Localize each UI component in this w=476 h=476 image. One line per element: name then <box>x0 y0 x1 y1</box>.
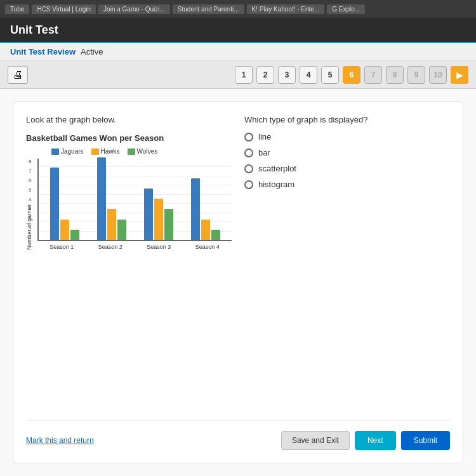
bar-jaguars-s1 <box>50 168 59 240</box>
y-tick: 3 <box>29 206 31 211</box>
bar-hawks-s2 <box>107 209 116 240</box>
legend-hawks: Hawks <box>91 148 120 155</box>
y-tick: 4 <box>29 197 31 202</box>
x-label: Season 4 <box>183 244 232 250</box>
next-arrow-icon: ▶ <box>456 70 463 80</box>
legend-jaguars: Jaguars <box>51 148 84 155</box>
bar-hawks-s4 <box>201 220 210 241</box>
y-tick: 5 <box>29 187 31 193</box>
season-group <box>41 168 88 240</box>
choice-label-scatterplot: scatterplot <box>258 164 296 173</box>
y-tick: 0 <box>29 234 31 240</box>
chart-title: Basketball Games Won per Season <box>26 133 232 143</box>
y-tick: 6 <box>29 178 31 183</box>
legend-label-wolves: Wolves <box>137 148 158 155</box>
bar-wolves-s2 <box>117 220 126 241</box>
q-btn-4[interactable]: 4 <box>300 66 317 84</box>
radio-line[interactable] <box>244 133 253 142</box>
q-btn-8[interactable]: 8 <box>386 66 404 84</box>
bar-wolves-s1 <box>70 230 79 240</box>
print-button[interactable]: 🖨 <box>8 66 28 84</box>
q-btn-6[interactable]: 6 <box>343 66 360 84</box>
legend-color-wolves <box>128 149 135 155</box>
y-tick: 7 <box>29 168 31 174</box>
season-group <box>88 157 135 240</box>
answer-choices: linebarscatterplothistogram <box>244 132 450 189</box>
radio-histogram[interactable] <box>244 180 253 189</box>
x-label: Season 2 <box>86 244 135 250</box>
y-tick: 2 <box>29 215 31 221</box>
bar-jaguars-s4 <box>191 178 200 241</box>
bar-hawks-s3 <box>154 199 163 240</box>
q-btn-2[interactable]: 2 <box>256 66 274 84</box>
question-left: Look at the graph below. Basketball Game… <box>26 115 232 420</box>
bar-hawks-s1 <box>60 220 69 241</box>
choice-label-histogram: histogram <box>258 180 294 189</box>
radio-bar[interactable] <box>244 149 253 157</box>
y-tick: 1 <box>29 225 31 230</box>
y-tick: 8 <box>29 159 31 164</box>
x-label: Season 1 <box>37 244 86 250</box>
submit-button[interactable]: Submit <box>401 431 450 450</box>
question-top: Look at the graph below. Basketball Game… <box>26 115 450 420</box>
breadcrumb-status: Active <box>81 47 103 56</box>
season-group <box>182 178 229 241</box>
bar-jaguars-s2 <box>97 157 106 240</box>
tab-quizi[interactable]: Join a Game - Quizi... <box>98 4 170 14</box>
chart-inner: 012345678 Season 1Season 2Season 3Season… <box>37 159 232 250</box>
bottom-bar: Mark this and return Save and Exit Next … <box>26 420 450 450</box>
tab-student[interactable]: Student and Parenti... <box>173 4 244 14</box>
app-header: Unit Test <box>0 18 476 43</box>
question-nav: 🖨 1 2 3 4 5 6 7 8 9 10 ▶ <box>0 61 476 89</box>
action-buttons: Save and Exit Next Submit <box>281 431 450 450</box>
breadcrumb: Unit Test Review Active <box>0 43 476 61</box>
print-icon: 🖨 <box>13 69 23 81</box>
browser-tabs: Tube HCS Virtual | Login Join a Game - Q… <box>0 0 476 18</box>
q-btn-7[interactable]: 7 <box>364 66 382 84</box>
tab-kahoot[interactable]: K! Play Kahoot! - Ente... <box>247 4 325 14</box>
x-labels: Season 1Season 2Season 3Season 4 <box>37 241 232 250</box>
legend-label-jaguars: Jaguars <box>61 148 84 155</box>
answer-choice-bar[interactable]: bar <box>244 148 450 157</box>
tab-explore[interactable]: G Explo... <box>327 4 365 14</box>
q-btn-1[interactable]: 1 <box>235 66 253 84</box>
breadcrumb-link[interactable]: Unit Test Review <box>10 47 76 56</box>
q-btn-5[interactable]: 5 <box>321 66 339 84</box>
answer-choice-histogram[interactable]: histogram <box>244 180 450 189</box>
legend-label-hawks: Hawks <box>101 148 120 155</box>
choice-label-line: line <box>258 132 271 142</box>
question-container: Look at the graph below. Basketball Game… <box>13 102 463 463</box>
question-prompt: Look at the graph below. <box>26 115 232 124</box>
legend-color-hawks <box>91 149 99 155</box>
mark-return-link[interactable]: Mark this and return <box>26 436 94 445</box>
answer-choice-scatterplot[interactable]: scatterplot <box>244 164 450 173</box>
question-right: Which type of graph is displayed? lineba… <box>244 115 450 420</box>
season-group <box>135 188 182 240</box>
bar-wolves-s3 <box>164 209 173 240</box>
bar-jaguars-s3 <box>144 188 153 240</box>
legend-color-jaguars <box>51 149 59 155</box>
q-btn-next[interactable]: ▶ <box>451 66 468 84</box>
q-btn-9[interactable]: 9 <box>407 66 425 84</box>
chart-body: Number of games 012345678 Season 1Season… <box>26 159 232 250</box>
x-label: Season 3 <box>135 244 183 250</box>
tab-hcs[interactable]: HCS Virtual | Login <box>32 4 96 14</box>
next-button[interactable]: Next <box>355 431 396 450</box>
app-title: Unit Test <box>10 23 58 37</box>
content-area: Look at the graph below. Basketball Game… <box>0 89 476 476</box>
save-exit-button[interactable]: Save and Exit <box>281 431 350 450</box>
radio-scatterplot[interactable] <box>244 164 253 173</box>
answer-choice-line[interactable]: line <box>244 132 450 142</box>
q-btn-3[interactable]: 3 <box>278 66 296 84</box>
choice-label-bar: bar <box>258 148 270 157</box>
tab-tube[interactable]: Tube <box>5 4 29 14</box>
chart-wrapper: Jaguars Hawks Wolves Number of games <box>26 148 232 250</box>
legend-wolves: Wolves <box>128 148 158 155</box>
bar-wolves-s4 <box>211 230 220 240</box>
answer-prompt: Which type of graph is displayed? <box>244 115 450 124</box>
chart-legend: Jaguars Hawks Wolves <box>51 148 232 155</box>
q-btn-10[interactable]: 10 <box>429 66 447 84</box>
bars-area: 012345678 <box>37 159 232 241</box>
